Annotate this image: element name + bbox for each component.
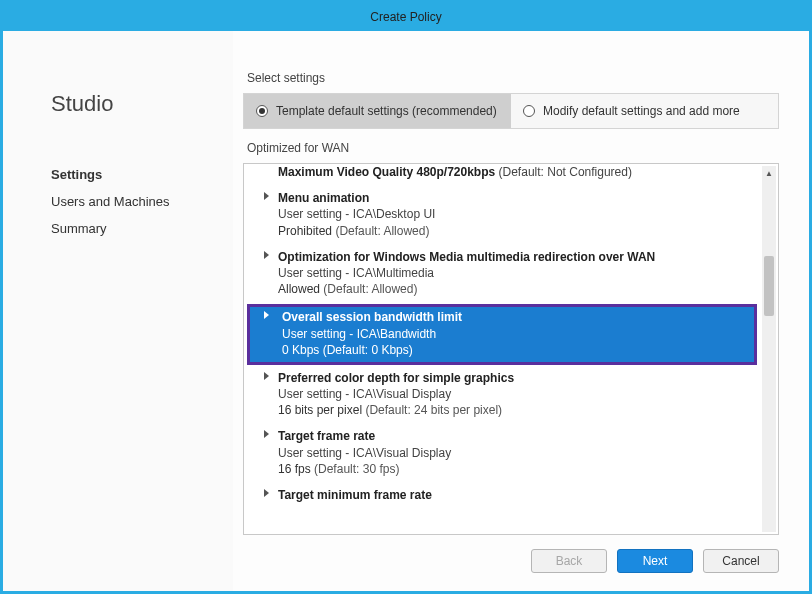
expand-icon (264, 192, 269, 200)
settings-mode-options: Template default settings (recommended) … (243, 93, 779, 129)
expand-icon (264, 372, 269, 380)
setting-value: Prohibited (278, 224, 332, 238)
option-template-default-label: Template default settings (recommended) (276, 104, 497, 118)
app-heading: Studio (51, 91, 233, 117)
setting-title: Maximum Video Quality 480p/720kbps (278, 165, 495, 179)
expand-icon (264, 489, 269, 497)
sidebar: Studio Settings Users and Machines Summa… (3, 31, 233, 591)
setting-value: 16 fps (278, 462, 311, 476)
nav-step-summary[interactable]: Summary (51, 217, 233, 240)
select-settings-label: Select settings (243, 71, 779, 85)
option-modify-default[interactable]: Modify default settings and add more (511, 94, 778, 128)
setting-path: User setting - ICA\Multimedia (278, 265, 752, 281)
option-template-default[interactable]: Template default settings (recommended) (244, 94, 511, 128)
setting-value: 16 bits per pixel (278, 403, 362, 417)
setting-title: Optimization for Windows Media multimedi… (278, 249, 752, 265)
setting-preferred-color-depth[interactable]: Preferred color depth for simple graphic… (244, 366, 760, 425)
setting-target-frame-rate[interactable]: Target frame rate User setting - ICA\Vis… (244, 424, 760, 483)
option-modify-default-label: Modify default settings and add more (543, 104, 740, 118)
setting-path: User setting - ICA\Visual Display (278, 445, 752, 461)
setting-title: Menu animation (278, 190, 752, 206)
setting-max-video-quality[interactable]: Maximum Video Quality 480p/720kbps (Defa… (244, 164, 760, 186)
scroll-up-icon[interactable]: ▲ (762, 166, 776, 180)
setting-path: User setting - ICA\Bandwidth (282, 326, 748, 342)
setting-path: User setting - ICA\Visual Display (278, 386, 752, 402)
setting-target-min-frame-rate[interactable]: Target minimum frame rate (244, 483, 760, 509)
settings-list-viewport: Maximum Video Quality 480p/720kbps (Defa… (244, 164, 778, 534)
setting-default: (Default: 30 fps) (311, 462, 400, 476)
expand-icon (264, 430, 269, 438)
cancel-button[interactable]: Cancel (703, 549, 779, 573)
setting-title: Overall session bandwidth limit (282, 309, 748, 325)
content: Studio Settings Users and Machines Summa… (3, 31, 809, 591)
wizard-footer: Back Next Cancel (243, 535, 779, 573)
setting-title-default: (Default: Not Configured) (495, 165, 632, 179)
setting-default: (Default: 0 Kbps) (319, 343, 412, 357)
setting-menu-animation[interactable]: Menu animation User setting - ICA\Deskto… (244, 186, 760, 245)
main-panel: Select settings Template default setting… (233, 31, 809, 591)
setting-path: User setting - ICA\Desktop UI (278, 206, 752, 222)
setting-value: 0 Kbps (282, 343, 319, 357)
back-button[interactable]: Back (531, 549, 607, 573)
setting-default: (Default: Allowed) (320, 282, 417, 296)
nav-step-settings[interactable]: Settings (51, 163, 233, 186)
setting-default: (Default: Allowed) (332, 224, 429, 238)
expand-icon (264, 251, 269, 259)
setting-title: Preferred color depth for simple graphic… (278, 370, 752, 386)
radio-icon (256, 105, 268, 117)
settings-list: Maximum Video Quality 480p/720kbps (Defa… (243, 163, 779, 535)
window-titlebar: Create Policy (3, 3, 809, 31)
group-label: Optimized for WAN (243, 141, 779, 155)
scrollbar[interactable]: ▲ (762, 166, 776, 532)
setting-title: Target frame rate (278, 428, 752, 444)
setting-value: Allowed (278, 282, 320, 296)
setting-default: (Default: 24 bits per pixel) (362, 403, 502, 417)
radio-icon (523, 105, 535, 117)
scroll-thumb[interactable] (764, 256, 774, 316)
setting-overall-bandwidth-limit[interactable]: Overall session bandwidth limit User set… (248, 305, 756, 364)
expand-icon (264, 311, 269, 319)
setting-wm-redirection-wan[interactable]: Optimization for Windows Media multimedi… (244, 245, 760, 304)
setting-title: Target minimum frame rate (278, 487, 752, 503)
next-button[interactable]: Next (617, 549, 693, 573)
nav-step-users-machines[interactable]: Users and Machines (51, 190, 233, 213)
